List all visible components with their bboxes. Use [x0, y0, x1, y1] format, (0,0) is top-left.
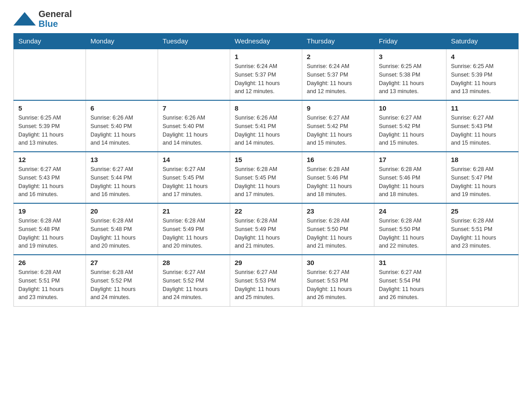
day-number: 20 [90, 207, 153, 215]
calendar-cell-2-5: 9Sunrise: 6:27 AM Sunset: 5:42 PM Daylig… [302, 100, 374, 152]
day-info: Sunrise: 6:28 AM Sunset: 5:50 PM Dayligh… [307, 217, 369, 250]
day-number: 25 [451, 207, 514, 215]
day-info: Sunrise: 6:27 AM Sunset: 5:42 PM Dayligh… [307, 114, 369, 147]
day-number: 6 [90, 104, 153, 112]
day-number: 14 [163, 156, 225, 163]
day-info: Sunrise: 6:28 AM Sunset: 5:49 PM Dayligh… [235, 217, 297, 250]
calendar-cell-2-1: 5Sunrise: 6:25 AM Sunset: 5:39 PM Daylig… [14, 100, 86, 152]
day-number: 10 [379, 104, 442, 112]
calendar-cell-1-6: 3Sunrise: 6:25 AM Sunset: 5:38 PM Daylig… [374, 49, 446, 100]
calendar-table: Sunday Monday Tuesday Wednesday Thursday… [13, 33, 519, 307]
col-thursday: Thursday [302, 34, 374, 49]
day-info: Sunrise: 6:27 AM Sunset: 5:53 PM Dayligh… [235, 268, 297, 302]
day-info: Sunrise: 6:25 AM Sunset: 5:39 PM Dayligh… [18, 114, 81, 147]
calendar-cell-5-7 [446, 255, 519, 306]
day-number: 26 [18, 259, 81, 266]
calendar-cell-5-2: 27Sunrise: 6:28 AM Sunset: 5:52 PM Dayli… [86, 255, 158, 306]
calendar-cell-1-4: 1Sunrise: 6:24 AM Sunset: 5:37 PM Daylig… [230, 49, 302, 100]
day-info: Sunrise: 6:28 AM Sunset: 5:46 PM Dayligh… [379, 165, 442, 199]
calendar-cell-1-2 [86, 49, 158, 100]
calendar-cell-4-2: 20Sunrise: 6:28 AM Sunset: 5:48 PM Dayli… [86, 203, 158, 255]
day-number: 1 [235, 53, 297, 60]
calendar-cell-4-3: 21Sunrise: 6:28 AM Sunset: 5:49 PM Dayli… [158, 203, 230, 255]
calendar-cell-5-5: 30Sunrise: 6:27 AM Sunset: 5:53 PM Dayli… [302, 255, 374, 306]
calendar-header-row: Sunday Monday Tuesday Wednesday Thursday… [14, 34, 519, 49]
day-info: Sunrise: 6:26 AM Sunset: 5:40 PM Dayligh… [90, 114, 153, 147]
col-friday: Friday [374, 34, 446, 49]
calendar-cell-5-4: 29Sunrise: 6:27 AM Sunset: 5:53 PM Dayli… [230, 255, 302, 306]
day-number: 27 [90, 259, 153, 266]
day-info: Sunrise: 6:28 AM Sunset: 5:48 PM Dayligh… [90, 217, 153, 250]
day-number: 7 [163, 104, 225, 112]
calendar-cell-1-5: 2Sunrise: 6:24 AM Sunset: 5:37 PM Daylig… [302, 49, 374, 100]
calendar-cell-4-6: 24Sunrise: 6:28 AM Sunset: 5:50 PM Dayli… [374, 203, 446, 255]
col-tuesday: Tuesday [158, 34, 230, 49]
calendar-cell-2-4: 8Sunrise: 6:26 AM Sunset: 5:41 PM Daylig… [230, 100, 302, 152]
logo: GeneralBlue [13, 9, 72, 29]
calendar-cell-3-6: 17Sunrise: 6:28 AM Sunset: 5:46 PM Dayli… [374, 152, 446, 203]
calendar-cell-2-6: 10Sunrise: 6:27 AM Sunset: 5:42 PM Dayli… [374, 100, 446, 152]
day-number: 23 [307, 207, 369, 215]
day-info: Sunrise: 6:24 AM Sunset: 5:37 PM Dayligh… [235, 62, 297, 96]
day-number: 24 [379, 207, 442, 215]
day-info: Sunrise: 6:28 AM Sunset: 5:49 PM Dayligh… [163, 217, 225, 250]
day-info: Sunrise: 6:28 AM Sunset: 5:46 PM Dayligh… [307, 165, 369, 199]
calendar-cell-3-4: 15Sunrise: 6:28 AM Sunset: 5:45 PM Dayli… [230, 152, 302, 203]
day-info: Sunrise: 6:27 AM Sunset: 5:43 PM Dayligh… [451, 114, 514, 147]
day-info: Sunrise: 6:27 AM Sunset: 5:43 PM Dayligh… [18, 165, 81, 199]
day-number: 2 [307, 53, 369, 60]
day-info: Sunrise: 6:25 AM Sunset: 5:39 PM Dayligh… [451, 62, 514, 96]
day-number: 11 [451, 104, 514, 112]
calendar-cell-1-1 [14, 49, 86, 100]
calendar-cell-4-5: 23Sunrise: 6:28 AM Sunset: 5:50 PM Dayli… [302, 203, 374, 255]
calendar-cell-2-2: 6Sunrise: 6:26 AM Sunset: 5:40 PM Daylig… [86, 100, 158, 152]
day-info: Sunrise: 6:25 AM Sunset: 5:38 PM Dayligh… [379, 62, 442, 96]
day-number: 8 [235, 104, 297, 112]
day-info: Sunrise: 6:27 AM Sunset: 5:42 PM Dayligh… [379, 114, 442, 147]
calendar-cell-4-4: 22Sunrise: 6:28 AM Sunset: 5:49 PM Dayli… [230, 203, 302, 255]
day-info: Sunrise: 6:27 AM Sunset: 5:54 PM Dayligh… [379, 268, 442, 302]
day-number: 31 [379, 259, 442, 266]
day-number: 13 [90, 156, 153, 163]
day-info: Sunrise: 6:28 AM Sunset: 5:52 PM Dayligh… [90, 268, 153, 302]
day-info: Sunrise: 6:26 AM Sunset: 5:40 PM Dayligh… [163, 114, 225, 147]
day-info: Sunrise: 6:28 AM Sunset: 5:51 PM Dayligh… [18, 268, 81, 302]
calendar-cell-3-5: 16Sunrise: 6:28 AM Sunset: 5:46 PM Dayli… [302, 152, 374, 203]
day-info: Sunrise: 6:28 AM Sunset: 5:47 PM Dayligh… [451, 165, 514, 199]
day-number: 29 [235, 259, 297, 266]
day-number: 28 [163, 259, 225, 266]
logo-general-text: General [39, 9, 72, 19]
day-number: 17 [379, 156, 442, 163]
calendar-week-1: 1Sunrise: 6:24 AM Sunset: 5:37 PM Daylig… [14, 49, 519, 100]
day-info: Sunrise: 6:27 AM Sunset: 5:53 PM Dayligh… [307, 268, 369, 302]
calendar-cell-1-7: 4Sunrise: 6:25 AM Sunset: 5:39 PM Daylig… [446, 49, 519, 100]
svg-marker-0 [13, 12, 36, 26]
day-number: 4 [451, 53, 514, 60]
calendar-cell-3-1: 12Sunrise: 6:27 AM Sunset: 5:43 PM Dayli… [14, 152, 86, 203]
day-info: Sunrise: 6:28 AM Sunset: 5:45 PM Dayligh… [235, 165, 297, 199]
day-number: 9 [307, 104, 369, 112]
day-info: Sunrise: 6:24 AM Sunset: 5:37 PM Dayligh… [307, 62, 369, 96]
day-number: 12 [18, 156, 81, 163]
logo-icon [13, 10, 36, 28]
calendar-week-5: 26Sunrise: 6:28 AM Sunset: 5:51 PM Dayli… [14, 255, 519, 306]
calendar-week-2: 5Sunrise: 6:25 AM Sunset: 5:39 PM Daylig… [14, 100, 519, 152]
calendar-cell-3-2: 13Sunrise: 6:27 AM Sunset: 5:44 PM Dayli… [86, 152, 158, 203]
day-number: 5 [18, 104, 81, 112]
calendar-cell-3-3: 14Sunrise: 6:27 AM Sunset: 5:45 PM Dayli… [158, 152, 230, 203]
calendar-week-4: 19Sunrise: 6:28 AM Sunset: 5:48 PM Dayli… [14, 203, 519, 255]
calendar-cell-4-7: 25Sunrise: 6:28 AM Sunset: 5:51 PM Dayli… [446, 203, 519, 255]
calendar-cell-1-3 [158, 49, 230, 100]
day-info: Sunrise: 6:28 AM Sunset: 5:50 PM Dayligh… [379, 217, 442, 250]
day-number: 22 [235, 207, 297, 215]
col-saturday: Saturday [446, 34, 519, 49]
calendar-cell-2-7: 11Sunrise: 6:27 AM Sunset: 5:43 PM Dayli… [446, 100, 519, 152]
day-number: 21 [163, 207, 225, 215]
day-info: Sunrise: 6:28 AM Sunset: 5:51 PM Dayligh… [451, 217, 514, 250]
calendar-cell-3-7: 18Sunrise: 6:28 AM Sunset: 5:47 PM Dayli… [446, 152, 519, 203]
day-info: Sunrise: 6:28 AM Sunset: 5:48 PM Dayligh… [18, 217, 81, 250]
calendar-cell-2-3: 7Sunrise: 6:26 AM Sunset: 5:40 PM Daylig… [158, 100, 230, 152]
calendar-body: 1Sunrise: 6:24 AM Sunset: 5:37 PM Daylig… [14, 49, 519, 306]
day-number: 3 [379, 53, 442, 60]
day-number: 18 [451, 156, 514, 163]
